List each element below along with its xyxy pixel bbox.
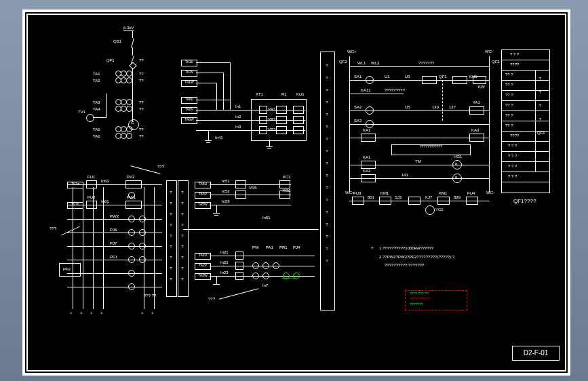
ta5: TA5 <box>93 127 100 132</box>
km1: KM1 <box>380 191 389 195</box>
in51b: In51 <box>262 216 271 220</box>
vr1: VR1 <box>268 107 276 111</box>
in41: In41 <box>215 136 223 140</box>
in63: In63 <box>101 179 109 183</box>
in3: In3 <box>235 125 241 129</box>
ta4: TA4 <box>93 107 100 111</box>
vr2: VR2 <box>268 117 276 121</box>
note1: 1.??????????1000kW?????? <box>379 246 433 250</box>
ta2u: TA2U <box>195 253 211 260</box>
grn-mark: ——= <box>281 275 296 281</box>
ka11: KA11 <box>361 88 371 92</box>
pa-l: PA1 <box>266 245 273 249</box>
pj7: PJ7 <box>110 241 117 245</box>
note2: 2.??PW2?PW2?PF2?????????(?????):?, <box>379 255 456 259</box>
qf2-b: QF2 <box>492 60 500 64</box>
r1: R1 <box>281 92 287 96</box>
pf1: PF1 <box>110 255 117 259</box>
sa2: SA2 <box>354 105 361 109</box>
in2: In2 <box>235 115 241 119</box>
rt7: ?? ? <box>505 123 513 127</box>
ta5u: TA5U <box>195 182 211 188</box>
qf2-t: QF2 <box>339 60 347 64</box>
rs2: ? <box>539 104 541 108</box>
ta6: TA6 <box>93 134 100 138</box>
rs0: ? <box>539 77 541 81</box>
lb-label: ??? <box>157 165 164 169</box>
rt12: ? ? ? <box>508 174 517 178</box>
caption2: ??? <box>208 297 215 301</box>
pr1-l: PR1 <box>279 245 288 249</box>
in23: In23 <box>220 270 229 275</box>
pw2: PW2 <box>110 214 119 218</box>
drawing-sheet: 6.3kV QS1 QF1 ?? TA1 TA2 ?? ?? TA3 TA4 ?… <box>22 9 570 376</box>
pj4-l: PJ4 <box>293 245 300 249</box>
ya1: YA1 <box>473 100 480 104</box>
in61: In61 <box>101 199 109 203</box>
kw-r: KW <box>478 85 485 89</box>
ta12-qm2: ?? <box>139 79 144 83</box>
ta34-qm: ?? <box>139 100 144 104</box>
ka2-a: KA1 <box>363 155 370 159</box>
drawing-number: D2-F-01 <box>512 346 560 361</box>
tf-label: ??? <box>50 226 56 230</box>
tmb: 127 <box>449 105 456 109</box>
in52: In52 <box>222 189 230 193</box>
tm: TM <box>415 159 421 163</box>
ta5v: TA5V <box>195 192 211 199</box>
note-t: ?: <box>371 246 374 250</box>
note3: ??????????;??????? <box>385 263 424 267</box>
generator: G <box>131 121 134 125</box>
ta5w: TA5W <box>195 202 211 209</box>
pf2: PF2 <box>63 267 71 271</box>
center-box: ???????????? <box>391 144 471 155</box>
ta2: TA2 <box>93 79 100 83</box>
vr5: VR5 <box>249 186 257 190</box>
ta3: TA3 <box>93 100 100 104</box>
ta1: TA1 <box>93 72 100 76</box>
in7: In7 <box>262 283 268 287</box>
qf1-qm: ?? <box>139 58 144 62</box>
rt2: ?? ? <box>505 73 513 77</box>
qs1-label: QS1 <box>113 39 121 43</box>
center-q: ? ? ? ? ? ? ? ? ? ? ? ? ? ? ? ? ? <box>324 60 330 267</box>
wcn: WC- <box>485 49 493 54</box>
ta34-qm2: ?? <box>139 107 144 111</box>
ta56-qm2: ?? <box>139 134 144 138</box>
kat: ????????? <box>385 88 405 92</box>
ta1u: TA1U <box>181 60 197 66</box>
rt3: ?? ? <box>505 83 513 87</box>
hg1: HG1 <box>454 155 462 159</box>
in51: In51 <box>222 179 230 183</box>
ta6u: TA6U <box>181 97 197 104</box>
in53: In53 <box>222 199 230 203</box>
rt9: ? ? ? <box>508 144 517 148</box>
rt8: ???? <box>510 134 519 138</box>
tv1b: TV1b <box>67 202 83 209</box>
ta6w: TA6W <box>181 117 197 124</box>
ta6v: TA6V <box>181 107 197 114</box>
ta1v: TA1V <box>181 70 197 77</box>
rt1: ???? <box>510 62 519 66</box>
pw1-l: PW1 <box>127 195 136 199</box>
fu3: FU3 <box>353 191 361 195</box>
lb-caption: ??? ?? <box>144 294 156 298</box>
pv2-l: PV2 <box>127 175 134 179</box>
rt6: ?? ? <box>505 113 513 117</box>
rt0: ? ? ? <box>510 52 519 56</box>
ku1: KU1 <box>296 92 305 96</box>
pj6: PJ6 <box>110 228 117 232</box>
in21: In21 <box>220 250 229 254</box>
kc1: KC1 <box>283 175 291 179</box>
ta1w: TA1W <box>181 80 197 87</box>
wcn2: WC- <box>486 190 494 195</box>
in22: In22 <box>220 260 229 264</box>
stamp: ???? ??? ?? ??????????? ??????? <box>405 290 467 310</box>
qf1-label: QF1 <box>106 58 115 62</box>
rs3: ? <box>539 117 541 121</box>
ta12-qm: ?? <box>139 72 144 76</box>
sa1: SA1 <box>354 75 361 79</box>
rt10: ? ? ? <box>508 154 517 158</box>
ta56-qm: ?? <box>139 127 144 132</box>
in1: In1 <box>235 104 241 108</box>
